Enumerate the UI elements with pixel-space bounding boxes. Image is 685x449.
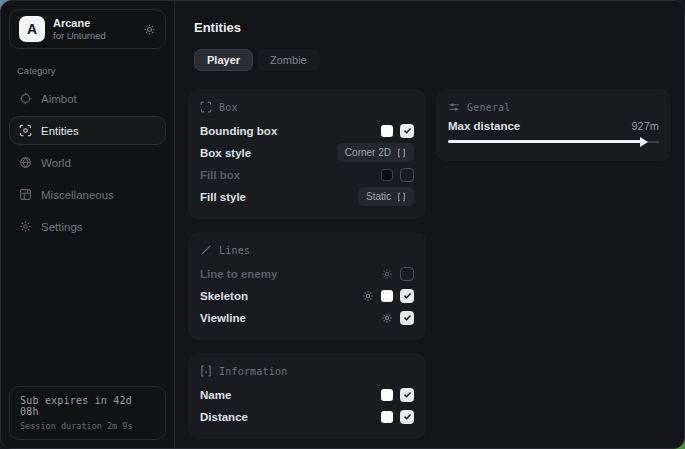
checkbox-unchecked[interactable] (400, 267, 414, 281)
app-name: Arcane (53, 17, 106, 29)
setting-label: Viewline (200, 312, 246, 324)
setting-row-viewline: Viewline (200, 307, 414, 328)
scan-icon (19, 124, 32, 137)
sub-expiry-text: Sub expires in 42d 08h (20, 395, 155, 417)
sidebar-item-label: Settings (41, 221, 83, 233)
setting-label: Line to enemy (200, 268, 277, 280)
box-corners-icon (200, 101, 212, 113)
checkbox-checked[interactable] (400, 388, 414, 402)
row-settings-gear-icon[interactable] (381, 312, 393, 324)
section-title: Information (219, 366, 287, 377)
information-icon (200, 365, 212, 377)
sidebar-item-label: World (41, 157, 71, 169)
section-title: Box (219, 102, 238, 113)
crosshair-icon (19, 92, 32, 105)
checkbox-checked[interactable] (400, 289, 414, 303)
sidebar-item-world[interactable]: World (9, 148, 166, 177)
sidebar-item-label: Entities (41, 125, 79, 137)
setting-label: Max distance (448, 120, 520, 132)
setting-label: Skeleton (200, 290, 248, 302)
sidebar-item-miscellaneous[interactable]: Miscellaneous (9, 180, 166, 209)
general-section-card: General Max distance 927m (436, 89, 671, 161)
slider-value: 927m (631, 120, 659, 132)
setting-row-bounding-box: Bounding box (200, 120, 414, 141)
setting-row-box-style: Box style Corner 2D (200, 142, 414, 163)
globe-icon (19, 156, 32, 169)
color-swatch[interactable] (381, 125, 393, 137)
lines-section-card: Lines Line to enemy (188, 232, 426, 340)
app-subtitle: for Unturned (53, 31, 106, 41)
checkbox-checked[interactable] (400, 311, 414, 325)
setting-row-fill-box: Fill box (200, 164, 414, 185)
setting-label: Fill box (200, 169, 240, 181)
section-title: General (467, 102, 511, 113)
fill-style-dropdown[interactable]: Static (358, 187, 414, 206)
color-swatch[interactable] (381, 169, 393, 181)
tab-bar: Player Zombie (194, 49, 671, 71)
sidebar: A Arcane for Unturned Category A (1, 1, 175, 448)
sliders-icon (448, 101, 460, 113)
checkbox-unchecked[interactable] (400, 168, 414, 182)
setting-label: Box style (200, 147, 251, 159)
checkbox-checked[interactable] (400, 410, 414, 424)
setting-label: Name (200, 389, 231, 401)
grid-icon (19, 188, 32, 201)
sidebar-item-entities[interactable]: Entities (9, 116, 166, 145)
session-duration-text: Session duration 2m 9s (20, 421, 155, 431)
setting-label: Bounding box (200, 125, 277, 137)
page-title: Entities (194, 20, 671, 35)
gear-icon (19, 220, 32, 233)
sidebar-nav: Aimbot Entities World (9, 81, 166, 241)
row-settings-gear-icon[interactable] (362, 290, 374, 302)
color-swatch[interactable] (381, 290, 393, 302)
checkbox-checked[interactable] (400, 124, 414, 138)
line-icon (200, 244, 212, 256)
box-section-card: Box Bounding box Box style (188, 89, 426, 219)
row-settings-gear-icon[interactable] (381, 268, 393, 280)
slider-fill (448, 140, 642, 143)
box-style-dropdown[interactable]: Corner 2D (337, 143, 414, 162)
tab-zombie[interactable]: Zombie (257, 49, 320, 71)
dropdown-value: Corner 2D (345, 147, 391, 158)
dropdown-value: Static (366, 191, 391, 202)
sidebar-item-aimbot[interactable]: Aimbot (9, 84, 166, 113)
setting-row-name: Name (200, 384, 414, 405)
sidebar-item-label: Aimbot (41, 93, 77, 105)
app-window: A Arcane for Unturned Category A (0, 0, 685, 449)
sidebar-item-label: Miscellaneous (41, 189, 114, 201)
dropdown-icon (397, 192, 406, 202)
main-panel: Entities Player Zombie Box (175, 1, 684, 448)
color-swatch[interactable] (381, 411, 393, 423)
color-swatch[interactable] (381, 389, 393, 401)
setting-row-line-to-enemy: Line to enemy (200, 263, 414, 284)
category-label: Category (17, 65, 166, 76)
tab-player[interactable]: Player (194, 49, 253, 71)
gear-icon[interactable] (143, 23, 156, 36)
app-header-card: A Arcane for Unturned (9, 9, 166, 49)
setting-label: Distance (200, 411, 248, 423)
setting-row-max-distance: Max distance 927m (448, 120, 659, 132)
subscription-card: Sub expires in 42d 08h Session duration … (9, 386, 166, 440)
setting-label: Fill style (200, 191, 246, 203)
setting-row-fill-style: Fill style Static (200, 186, 414, 207)
app-logo: A (19, 16, 45, 42)
dropdown-icon (397, 148, 406, 158)
section-title: Lines (219, 245, 250, 256)
slider-thumb[interactable] (640, 137, 648, 147)
setting-row-skeleton: Skeleton (200, 285, 414, 306)
setting-row-distance: Distance (200, 406, 414, 427)
sidebar-item-settings[interactable]: Settings (9, 212, 166, 241)
max-distance-slider[interactable] (448, 135, 659, 149)
information-section-card: Information Name Distance (188, 353, 426, 439)
